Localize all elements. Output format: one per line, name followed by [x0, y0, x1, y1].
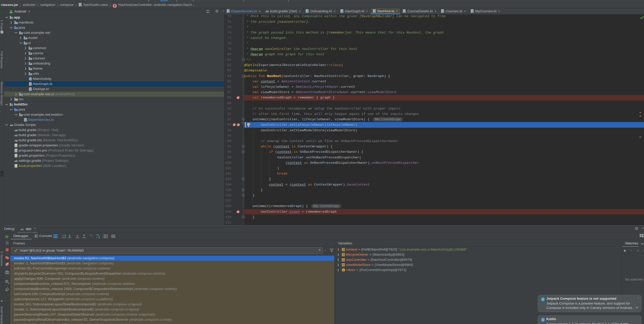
svg-text:p: p	[343, 269, 344, 272]
